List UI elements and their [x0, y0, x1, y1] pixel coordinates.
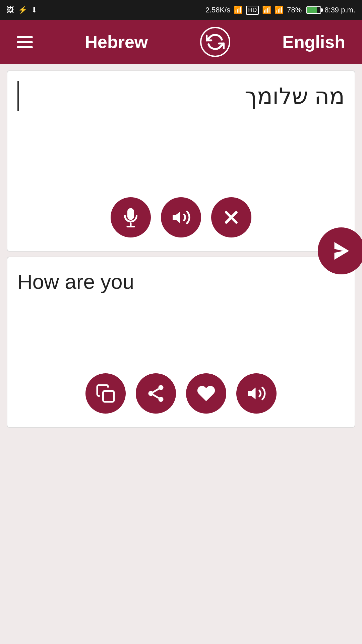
copy-icon	[96, 383, 116, 404]
usb-icon: ⚡	[18, 6, 27, 14]
menu-line-1	[17, 36, 33, 38]
translate-button[interactable]	[318, 227, 362, 274]
panel-wrapper: מה שלומך	[7, 70, 355, 428]
speak-translation-button[interactable]	[236, 373, 277, 414]
speak-source-button[interactable]	[161, 197, 201, 237]
swap-languages-button[interactable]	[200, 27, 230, 57]
translation-actions	[85, 373, 277, 414]
main-content: מה שלומך	[0, 64, 362, 434]
target-language-label[interactable]: English	[282, 32, 345, 52]
svg-marker-3	[335, 242, 349, 260]
svg-rect-4	[103, 391, 114, 402]
app-header: Hebrew English	[0, 20, 362, 64]
source-actions	[111, 197, 251, 237]
translation-text: How are you	[17, 267, 345, 297]
favorite-button[interactable]	[186, 373, 226, 414]
volume-icon	[171, 207, 191, 227]
battery-percent: 78%	[287, 6, 302, 14]
send-icon	[329, 239, 353, 263]
signal-icon: 📶	[262, 6, 271, 14]
heart-icon	[196, 383, 216, 404]
speaker-icon	[246, 383, 266, 404]
clear-button[interactable]	[211, 197, 251, 237]
svg-point-7	[159, 397, 164, 402]
menu-line-2	[17, 41, 33, 43]
source-language-label[interactable]: Hebrew	[85, 32, 148, 52]
wifi-icon: 📶	[234, 6, 243, 14]
menu-button[interactable]	[17, 36, 33, 48]
hd-badge: HD	[246, 6, 259, 15]
svg-point-6	[148, 391, 154, 396]
source-text[interactable]: מה שלומך	[17, 81, 345, 111]
copy-button[interactable]	[85, 373, 126, 414]
translation-panel: How are you	[7, 257, 355, 428]
svg-line-9	[153, 389, 159, 392]
close-icon	[221, 207, 241, 227]
svg-line-8	[153, 395, 159, 398]
svg-marker-10	[248, 388, 256, 399]
photo-icon: 🖼	[7, 6, 14, 14]
status-bar: 🖼 ⚡ ⬇ 2.58K/s 📶 HD 📶 📶 78% 8:39 p.m.	[0, 0, 362, 20]
download-icon: ⬇	[31, 6, 37, 14]
source-panel: מה שלומך	[7, 70, 355, 252]
time: 8:39 p.m.	[324, 6, 355, 14]
mic-button[interactable]	[111, 197, 151, 237]
battery-icon	[306, 6, 321, 14]
status-left: 🖼 ⚡ ⬇	[7, 6, 37, 14]
menu-line-3	[17, 46, 33, 48]
mic-icon	[121, 207, 141, 227]
swap-icon	[206, 33, 225, 51]
share-button[interactable]	[136, 373, 176, 414]
svg-marker-0	[173, 212, 180, 223]
signal-icon-2: 📶	[275, 6, 284, 14]
status-right: 2.58K/s 📶 HD 📶 📶 78% 8:39 p.m.	[205, 6, 355, 15]
share-icon	[146, 383, 166, 404]
network-speed: 2.58K/s	[205, 6, 231, 14]
svg-point-5	[159, 385, 164, 390]
